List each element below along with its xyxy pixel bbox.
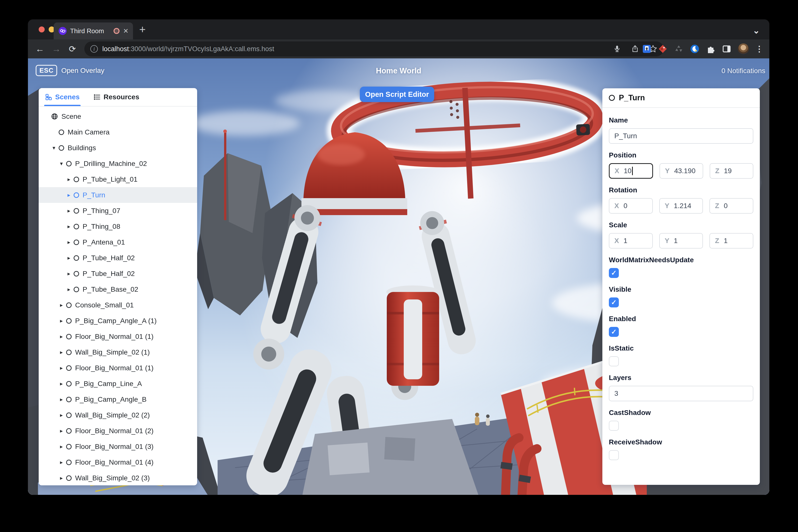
tree-node-p-big-camp-angle-b[interactable]: ▸P_Big_Camp_Angle_B	[39, 392, 197, 407]
browser-menu-icon[interactable]: ⋮	[755, 44, 763, 54]
password-manager-extension-icon[interactable]	[642, 44, 651, 54]
microphone-icon[interactable]	[612, 44, 622, 54]
receive-shadow-checkbox[interactable]	[609, 450, 619, 460]
site-info-icon[interactable]: i	[90, 45, 98, 53]
scale-y-field[interactable]: Y1	[659, 233, 703, 249]
disclosure-closed-icon[interactable]: ▸	[58, 349, 65, 356]
disclosure-closed-icon[interactable]: ▸	[65, 192, 73, 198]
tab-search-chevron-icon[interactable]: ⌄	[753, 25, 760, 35]
tree-node-p-antena-01[interactable]: ▸P_Antena_01	[39, 234, 197, 250]
tree-node-floor-big-normal-01-2[interactable]: ▸Floor_Big_Normal_01 (2)	[39, 423, 197, 439]
is-static-checkbox[interactable]	[609, 356, 619, 366]
disclosure-closed-icon[interactable]: ▸	[58, 365, 65, 371]
tree-node-p-tube-half-02[interactable]: ▸P_Tube_Half_02	[39, 250, 197, 266]
disclosure-closed-icon[interactable]: ▸	[58, 475, 65, 481]
profile-avatar[interactable]	[738, 43, 749, 54]
node-circle-icon	[66, 397, 72, 402]
properties-header: P_Turn	[602, 88, 760, 108]
name-field[interactable]: P_Turn	[609, 128, 753, 144]
url-text[interactable]: localhost:3000/world/!vjrzmTVOcyIsLgaAkA…	[102, 45, 612, 53]
scene-hierarchy-panel: Scenes Resources SceneMain Camera▾Buildi…	[39, 88, 197, 485]
disclosure-closed-icon[interactable]: ▸	[58, 381, 65, 387]
tree-node-p-tube-light-01[interactable]: ▸P_Tube_Light_01	[39, 171, 197, 187]
disclosure-closed-icon[interactable]: ▸	[58, 459, 65, 466]
disclosure-closed-icon[interactable]: ▸	[65, 255, 73, 261]
third-room-favicon-icon	[59, 27, 66, 35]
scale-z-field[interactable]: Z1	[709, 233, 753, 249]
disclosure-closed-icon[interactable]: ▸	[58, 318, 65, 324]
disclosure-closed-icon[interactable]: ▸	[65, 208, 73, 214]
tree-node-p-tube-half-02[interactable]: ▸P_Tube_Half_02	[39, 266, 197, 282]
disclosure-closed-icon[interactable]: ▸	[58, 443, 65, 450]
rotation-x-field[interactable]: X0	[609, 198, 653, 214]
position-z-field[interactable]: Z19	[710, 163, 753, 179]
node-circle-icon	[66, 302, 72, 308]
tree-node-wall-big-simple-02-2[interactable]: ▸Wall_Big_Simple_02 (2)	[39, 407, 197, 423]
disclosure-closed-icon[interactable]: ▸	[58, 334, 65, 340]
tab-resources[interactable]: Resources	[94, 88, 139, 106]
axis-letter: Z	[715, 167, 719, 175]
disclosure-closed-icon[interactable]: ▸	[65, 239, 73, 246]
tree-node-wall-big-simple-02-3[interactable]: ▸Wall_Big_Simple_02 (3)	[39, 470, 197, 485]
disclosure-open-icon[interactable]: ▾	[50, 145, 58, 151]
tree-node-main-camera[interactable]: Main Camera	[39, 124, 197, 140]
back-button[interactable]: ←	[34, 42, 46, 55]
disclosure-closed-icon[interactable]: ▸	[65, 176, 73, 183]
share-icon[interactable]	[630, 44, 640, 54]
browser-tab[interactable]: Third Room ✕	[54, 22, 133, 39]
address-bar[interactable]: i localhost:3000/world/!vjrzmTVOcyIsLgaA…	[84, 41, 664, 56]
disclosure-closed-icon[interactable]: ▸	[58, 302, 65, 308]
tree-node-p-thing-07[interactable]: ▸P_Thing_07	[39, 203, 197, 218]
rotation-z-field[interactable]: Z0	[709, 198, 753, 214]
new-tab-button[interactable]: +	[139, 24, 146, 35]
enabled-label: Enabled	[609, 315, 753, 323]
reload-button[interactable]: ⟳	[66, 42, 79, 55]
tab-scenes[interactable]: Scenes	[45, 88, 80, 106]
disclosure-closed-icon[interactable]: ▸	[65, 286, 73, 293]
side-panel-icon[interactable]	[722, 44, 732, 54]
disclosure-closed-icon[interactable]: ▸	[58, 428, 65, 434]
open-script-editor-button[interactable]: Open Script Editor	[360, 87, 434, 102]
recycle-extension-icon[interactable]	[674, 44, 683, 54]
tree-node-floor-big-normal-01-1[interactable]: ▸Floor_Big_Normal_01 (1)	[39, 360, 197, 376]
world-viewport[interactable]: ESC Open Overlay Home World 0 Notificati…	[28, 58, 769, 495]
tree-node-p-drilling-machine-02[interactable]: ▾P_Drilling_Machine_02	[39, 156, 197, 171]
layers-field[interactable]: 3	[609, 386, 753, 401]
disclosure-closed-icon[interactable]: ▸	[65, 270, 73, 277]
disclosure-closed-icon[interactable]: ▸	[58, 396, 65, 403]
node-circle-icon	[66, 413, 72, 418]
red-extension-icon[interactable]	[658, 44, 667, 54]
tree-node-p-big-camp-angle-a-1[interactable]: ▸P_Big_Camp_Angle_A (1)	[39, 313, 197, 329]
moon-extension-icon[interactable]	[690, 44, 699, 54]
disclosure-open-icon[interactable]: ▾	[58, 160, 65, 167]
tab-resources-label: Resources	[103, 93, 139, 101]
position-x-field[interactable]: X10	[609, 163, 653, 179]
tree-node-p-turn[interactable]: ▸P_Turn	[39, 187, 197, 203]
cast-shadow-checkbox[interactable]	[609, 421, 619, 431]
disclosure-closed-icon[interactable]: ▸	[65, 223, 73, 230]
tree-node-p-tube-base-02[interactable]: ▸P_Tube_Base_02	[39, 282, 197, 297]
disclosure-closed-icon[interactable]: ▸	[58, 412, 65, 418]
node-circle-icon	[66, 444, 72, 450]
position-y-field[interactable]: Y43.190	[660, 163, 703, 179]
tab-close-icon[interactable]: ✕	[123, 28, 129, 34]
tree-node-wall-big-simple-02-1[interactable]: ▸Wall_Big_Simple_02 (1)	[39, 344, 197, 360]
tree-node-floor-big-normal-01-1[interactable]: ▸Floor_Big_Normal_01 (1)	[39, 329, 197, 344]
extensions-puzzle-icon[interactable]	[706, 44, 716, 54]
scale-x-field[interactable]: X1	[609, 233, 653, 249]
tree-node-p-thing-08[interactable]: ▸P_Thing_08	[39, 218, 197, 234]
enabled-checkbox[interactable]: ✓	[609, 327, 619, 337]
visible-checkbox[interactable]: ✓	[609, 298, 619, 307]
close-window-button[interactable]	[39, 26, 45, 33]
tree-node-console-small-01[interactable]: ▸Console_Small_01	[39, 297, 197, 313]
tree-node-floor-big-normal-01-4[interactable]: ▸Floor_Big_Normal_01 (4)	[39, 454, 197, 470]
cast-shadow-label: CastShadow	[609, 409, 753, 417]
tree-node-scene[interactable]: Scene	[39, 109, 197, 124]
rotation-y-field[interactable]: Y1.214	[659, 198, 703, 214]
tree-node-p-big-camp-line-a[interactable]: ▸P_Big_Camp_Line_A	[39, 376, 197, 392]
tree-node-floor-big-normal-01-3[interactable]: ▸Floor_Big_Normal_01 (3)	[39, 439, 197, 454]
tree-node-buildings[interactable]: ▾Buildings	[39, 140, 197, 156]
world-matrix-needs-update-checkbox[interactable]: ✓	[609, 268, 619, 278]
tab-recording-indicator-icon	[114, 28, 119, 34]
notifications-status[interactable]: 0 Notifications	[721, 67, 765, 75]
